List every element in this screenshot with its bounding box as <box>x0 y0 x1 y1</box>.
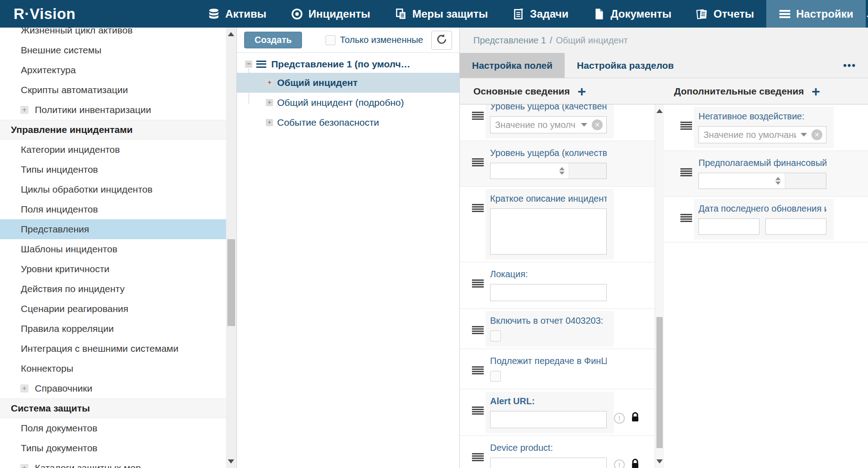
sidebar-scrollbar[interactable] <box>226 28 236 468</box>
sidebar-item-asset-lifecycle[interactable]: Жизненный цикл активов <box>0 28 226 40</box>
device-product-input[interactable] <box>490 458 607 468</box>
sidebar-item-document-types[interactable]: Типы документов <box>0 438 226 458</box>
tree-item-common-incident[interactable]: + Общий инцидент <box>237 73 459 93</box>
task-list-icon <box>512 8 525 20</box>
expand-plus-icon[interactable]: + <box>20 384 28 392</box>
sidebar-item-incident-cycles[interactable]: Циклы обработки инцидентов <box>0 180 226 199</box>
expand-plus-icon[interactable]: + <box>20 464 28 468</box>
alert-url-input[interactable] <box>490 411 607 428</box>
sidebar-item-automation-scripts[interactable]: Скрипты автоматизации <box>0 80 226 100</box>
tree-item-security-event[interactable]: + Событие безопасности <box>237 113 459 132</box>
tab-field-settings[interactable]: Настройка полей <box>460 53 565 78</box>
rvision-logo[interactable]: R·Vision <box>14 0 75 28</box>
drag-handle-icon[interactable] <box>472 366 484 374</box>
nav-item-protection[interactable]: Меры защиты <box>382 0 500 28</box>
sidebar-item-incident-actions[interactable]: Действия по инциденту <box>0 279 226 299</box>
sidebar-item-protection-catalogs[interactable]: +Каталоги защитных мер <box>0 458 226 468</box>
clear-icon[interactable]: ✕ <box>592 119 603 130</box>
estimated-financial-input[interactable] <box>698 173 826 189</box>
sidebar-item-incident-templates[interactable]: Шаблоны инцидентов <box>0 239 226 259</box>
warning-icon: ! <box>614 413 625 424</box>
drag-handle-icon[interactable] <box>472 279 484 288</box>
breadcrumb-parent[interactable]: Представление 1 <box>473 35 546 46</box>
scrollbar-thumb[interactable] <box>227 239 235 326</box>
tree-root-view1[interactable]: − Представление 1 (по умолч… <box>237 56 459 73</box>
sidebar-item-response-scenarios[interactable]: Сценарии реагирования <box>0 299 226 319</box>
sidebar-item-inventory-policies[interactable]: +Политики инвентаризации <box>0 100 226 120</box>
add-field-icon[interactable]: + <box>577 85 586 97</box>
settings-nav-list: Жизненный цикл активов Внешние системы А… <box>0 28 226 468</box>
create-button[interactable]: Создать <box>244 32 302 48</box>
sidebar-item-views[interactable]: Представления <box>0 219 226 239</box>
sidebar-item-incident-categories[interactable]: Категории инцидентов <box>0 140 226 160</box>
nav-item-assets[interactable]: Активы <box>195 0 278 28</box>
drag-handle-icon[interactable] <box>680 214 692 222</box>
drag-handle-icon[interactable] <box>472 407 484 415</box>
drag-handle-icon[interactable] <box>472 158 484 166</box>
field-row: Уровень ущерба (количестве <box>460 141 655 187</box>
sidebar-item-incident-types[interactable]: Типы инцидентов <box>0 160 226 180</box>
sidebar-item-document-fields[interactable]: Поля документов <box>0 418 226 438</box>
nav-item-incidents[interactable]: Инциденты <box>278 0 382 28</box>
drag-handle-icon[interactable] <box>472 112 484 120</box>
drag-handle-icon[interactable] <box>472 204 484 212</box>
drag-handle-icon[interactable] <box>680 168 692 176</box>
warning-icon: ! <box>614 459 625 468</box>
expand-icon[interactable]: + <box>266 99 273 106</box>
bell-icon[interactable] <box>866 7 868 21</box>
expand-plus-icon[interactable]: + <box>20 106 28 114</box>
field-list-additional: Негативное воздействие: Значение по умол… <box>664 104 868 468</box>
only-changed-checkbox[interactable] <box>326 35 335 45</box>
refresh-button[interactable] <box>431 31 452 50</box>
damage-level-quant-input[interactable] <box>490 163 607 179</box>
sidebar-item-criticality-levels[interactable]: Уровни критичности <box>0 259 226 279</box>
nav-item-tasks[interactable]: Задачи <box>500 0 580 28</box>
fincert-transfer-checkbox[interactable] <box>490 371 501 382</box>
nav-item-label: Отчеты <box>713 8 754 20</box>
menu-bars-icon <box>778 9 791 19</box>
nav-item-label: Задачи <box>530 8 568 20</box>
navbar-right: admin <box>866 0 868 28</box>
location-input[interactable] <box>490 284 607 301</box>
collapse-icon[interactable]: − <box>245 61 252 68</box>
sidebar-item-external-systems[interactable]: Внешние системы <box>0 40 226 60</box>
date-from-input[interactable] <box>698 218 760 235</box>
field-row: Краткое описание инцидента <box>460 187 655 262</box>
sidebar-item-directories[interactable]: +Справочники <box>0 378 226 398</box>
clear-icon[interactable]: ✕ <box>811 129 822 140</box>
drag-handle-icon[interactable] <box>472 326 484 334</box>
drag-handle-icon[interactable] <box>680 122 692 130</box>
field-row: Локация: <box>460 262 655 309</box>
scroll-up-icon[interactable] <box>656 109 663 113</box>
scroll-down-icon[interactable] <box>656 459 663 463</box>
sidebar-item-incident-fields[interactable]: Поля инцидентов <box>0 199 226 219</box>
spinner-icon[interactable] <box>559 167 565 175</box>
tab-section-settings[interactable]: Настройка разделов <box>565 53 686 78</box>
nav-item-settings[interactable]: Настройки <box>766 0 866 28</box>
sidebar-item-connectors[interactable]: Коннекторы <box>0 359 226 378</box>
negative-impact-select[interactable]: Значение по умолчани ✕ <box>698 126 826 143</box>
damage-level-qual-select[interactable]: Значение по умолч ✕ <box>490 116 607 133</box>
expand-icon[interactable]: + <box>266 79 273 86</box>
more-menu-icon[interactable]: ••• <box>843 53 856 78</box>
field-list-scrollbar[interactable] <box>655 104 664 468</box>
nav-item-documents[interactable]: Документы <box>580 0 684 28</box>
sidebar-item-external-integration[interactable]: Интеграция с внешними системами <box>0 339 226 359</box>
date-to-input[interactable] <box>765 218 826 235</box>
add-field-icon[interactable]: + <box>811 85 820 97</box>
nav-item-reports[interactable]: Отчеты <box>684 0 766 28</box>
expand-icon[interactable]: + <box>266 119 273 126</box>
spinner-icon[interactable] <box>775 177 781 185</box>
scroll-down-icon[interactable] <box>228 459 234 463</box>
lock-icon <box>631 412 640 425</box>
chevron-down-icon <box>801 133 807 137</box>
short-description-textarea[interactable] <box>490 208 607 255</box>
scrollbar-thumb[interactable] <box>656 317 663 448</box>
last-update-daterange <box>698 218 826 235</box>
drag-handle-icon[interactable] <box>472 453 484 461</box>
sidebar-item-architecture[interactable]: Архитектура <box>0 60 226 80</box>
sidebar-item-correlation-rules[interactable]: Правила корреляции <box>0 319 226 339</box>
scroll-up-icon[interactable] <box>228 32 234 36</box>
tree-item-common-incident-detailed[interactable]: + Общий инцидент (подробно) <box>237 93 459 113</box>
include-in-report-checkbox[interactable] <box>490 331 501 341</box>
